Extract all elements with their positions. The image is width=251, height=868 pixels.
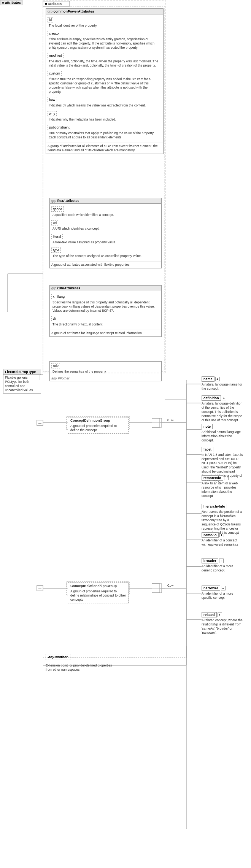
right-remoteinfo-item: remoteInfo + A link to an item or a web …	[202, 475, 243, 498]
common-power-attributes-box: grp commonPowerAttributes id The local i…	[46, 8, 164, 154]
attr-modified: modified	[48, 53, 64, 58]
flextrole-prop-type-desc: Flexible generic PCLtype for both contro…	[3, 375, 41, 393]
attr-literal-desc: A free-text value assigned as property v…	[51, 240, 160, 246]
related-expand-icon[interactable]: +	[218, 613, 222, 617]
right-definition-desc: A natural language definition of the sem…	[202, 401, 243, 422]
svg-rect-54	[37, 420, 43, 425]
right-definition-label: definition	[202, 395, 221, 401]
svg-text:—: —	[38, 421, 41, 425]
flextrole-prop-type-title: FlextRolePropType	[3, 369, 41, 375]
any-other-label: any ##other	[50, 376, 161, 381]
right-sameas-item: sameAs + An identifier of a concept with…	[202, 532, 243, 547]
svg-text:■ attributes: ■ attributes	[45, 2, 62, 6]
attr-modified-desc: The date (and, optionally, the time) whe…	[48, 59, 162, 69]
right-note-desc: Additional natural language information …	[202, 429, 243, 443]
right-related-label: related	[202, 612, 217, 617]
attr-literal: literal	[51, 234, 63, 239]
right-facet-label: facet	[202, 447, 213, 452]
right-name-item: name + A natural language name for the c…	[202, 376, 243, 391]
right-narrower-label: narrower	[202, 586, 220, 591]
attr-role: role	[51, 363, 60, 368]
sameas-expand-icon[interactable]: +	[219, 533, 224, 537]
attr-dir-desc: The directionality of textual content.	[51, 322, 160, 328]
common-power-attributes-group-desc: A group of attributes for all elements o…	[46, 143, 163, 154]
right-narrower-item: narrower + An identifier of a more speci…	[202, 586, 243, 600]
attr-custom: custom	[48, 71, 62, 76]
remoteinfo-expand-icon[interactable]: +	[224, 476, 229, 480]
i18n-attributes-group-desc: A group of attributes for language and s…	[50, 330, 161, 336]
right-note-label: note	[202, 424, 213, 429]
broader-expand-icon[interactable]: +	[219, 559, 224, 563]
attr-type: type	[51, 248, 61, 253]
attr-how: how	[48, 97, 57, 102]
right-related-item: related + A related concept, where the r…	[202, 612, 243, 635]
right-broader-desc: An identifier of a more generic concept.	[202, 563, 243, 573]
any-other-bottom-label: any ##other	[48, 655, 68, 659]
attr-qcode: qcode	[51, 206, 64, 212]
narrower-expand-icon[interactable]: +	[221, 586, 226, 590]
concept-relationships-group-title: ConceptRelationshipsGroup	[70, 584, 126, 589]
attr-why-desc: Indicates why the metadata has been incl…	[48, 117, 162, 123]
concept-relationships-group-box: ConceptRelationshipsGroup A group of pro…	[68, 582, 129, 603]
right-name-label: name	[202, 376, 214, 382]
common-power-attributes-title: grp commonPowerAttributes	[46, 9, 163, 14]
right-name-desc: A natural language name for the concept.	[202, 382, 243, 391]
concept-def-multiplicity: 0..∞	[167, 418, 173, 422]
concept-rel-multiplicity: 0..∞	[167, 584, 173, 587]
right-broader-label: broader	[202, 558, 218, 563]
concept-relationships-group-desc: A group of properties required to define…	[70, 589, 126, 602]
attr-creator-desc: If the attribute is empty, specifies whi…	[48, 37, 162, 51]
attr-role-desc: Defines the semantics of the property	[51, 369, 160, 375]
right-hierarchyinfo-item: hierarchyInfo Represents the position of…	[202, 504, 243, 535]
definition-expand-icon[interactable]: +	[222, 396, 226, 400]
right-narrower-desc: An identifier of a more specific concept…	[202, 591, 243, 600]
diagram-container: ■ attributes	[0, 0, 251, 868]
svg-rect-34	[37, 586, 43, 591]
role-section: role Defines the semantics of the proper…	[49, 361, 162, 381]
svg-text:—: —	[38, 587, 41, 590]
attr-type-desc: The type of the concept assigned as cont…	[51, 254, 160, 259]
attr-why: why	[48, 111, 57, 116]
attr-custom-desc: If set to true the corresponding propert…	[48, 77, 162, 95]
attributes-label: ■ attributes	[0, 0, 22, 5]
attr-xmllang: xmllang	[51, 294, 66, 299]
attr-id-desc: The local identifier of the property.	[48, 23, 162, 29]
right-definition-item: definition + A natural language definiti…	[202, 395, 243, 422]
right-remoteinfo-desc: A link to an item or a web resource whic…	[202, 481, 243, 498]
attr-pubconstraint-desc: One or many constraints that apply to pu…	[48, 131, 162, 141]
right-broader-item: broader + An identifier of a more generi…	[202, 558, 243, 573]
flex-attributes-title: grp flexAttributes	[50, 198, 161, 204]
right-note-item: note Additional natural language informa…	[202, 424, 243, 443]
svg-rect-56	[37, 586, 43, 591]
any-other-bottom-box: any ##other	[46, 654, 70, 660]
i18n-attributes-box: grp i18nAttributes xmllang Specifies the…	[49, 285, 162, 337]
attr-uri-desc: A URI which identifies a concept.	[51, 226, 160, 232]
name-expand-icon[interactable]: +	[215, 377, 220, 381]
flextrole-prop-type-box: FlextRolePropType Flexible generic PCLty…	[3, 369, 41, 394]
right-hierarchyinfo-desc: Represents the position of a concept in …	[202, 509, 243, 535]
any-other-bottom-desc: Extension point for provider-defined pro…	[46, 663, 114, 672]
right-remoteinfo-label: remoteInfo	[202, 475, 223, 481]
attr-dir: dir	[51, 316, 58, 321]
svg-rect-0	[43, 1, 70, 6]
flex-attributes-group-desc: A group of attributes associated with fl…	[50, 261, 161, 268]
right-hierarchyinfo-label: hierarchyInfo	[202, 504, 227, 509]
attr-uri: uri	[51, 220, 58, 225]
attr-creator: creator	[48, 31, 61, 36]
i18n-attributes-title: grp i18nAttributes	[50, 286, 161, 291]
right-sameas-label: sameAs	[202, 532, 219, 538]
concept-definition-group-desc: A group of properties required to define…	[70, 424, 126, 432]
svg-rect-33	[37, 420, 43, 425]
concept-definition-group-title: ConceptDefinitionGroup	[70, 419, 126, 423]
attr-xmllang-desc: Specifies the language of this property …	[51, 300, 160, 314]
flex-attributes-box: grp flexAttributes qcode A qualified cod…	[49, 198, 162, 268]
attr-how-desc: Indicates by which means the value was e…	[48, 103, 162, 109]
attr-pubconstraint: pubconstraint	[48, 125, 71, 130]
right-sameas-desc: An identifier of a concept with equivale…	[202, 538, 243, 547]
attr-id: id	[48, 17, 53, 22]
right-related-desc: A related concept, where the relationshi…	[202, 617, 243, 635]
concept-definition-group-box: ConceptDefinitionGroup A group of proper…	[68, 417, 129, 434]
attr-qcode-desc: A qualified code which identifies a conc…	[51, 213, 160, 218]
